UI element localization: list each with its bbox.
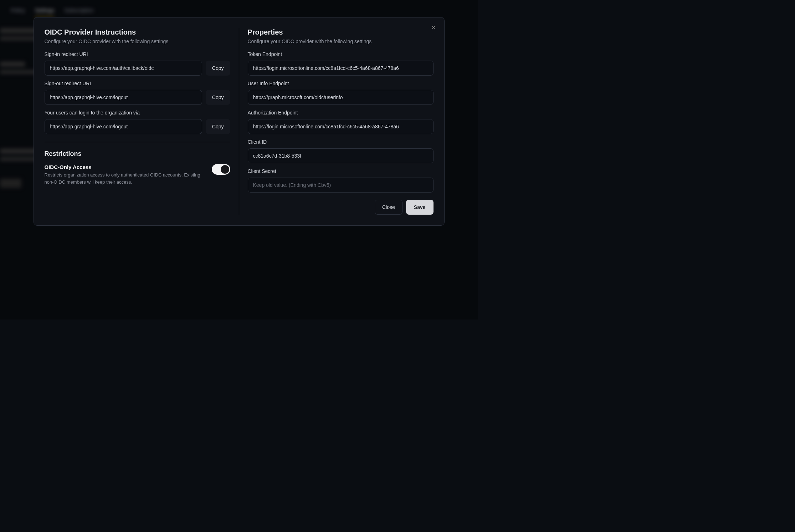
clientid-label: Client ID — [248, 139, 434, 145]
oidc-only-name: OIDC-Only Access — [45, 164, 206, 170]
userinfo-endpoint-label: User Info Endpoint — [248, 81, 434, 86]
authz-endpoint-input[interactable] — [248, 119, 434, 134]
restrictions-title: Restrictions — [45, 150, 230, 158]
divider — [45, 142, 230, 142]
close-button[interactable]: Close — [375, 200, 402, 215]
clientsecret-input[interactable] — [248, 178, 434, 193]
panel-properties: Properties Configure your OIDC provider … — [239, 28, 434, 215]
loginvia-label: Your users can login to the organization… — [45, 110, 230, 116]
instructions-subtitle: Configure your OIDC provider with the fo… — [45, 39, 230, 44]
oidc-only-toggle[interactable] — [212, 164, 230, 175]
oidc-only-desc: Restricts organization access to only au… — [45, 172, 206, 185]
loginvia-input[interactable] — [45, 119, 202, 134]
userinfo-endpoint-input[interactable] — [248, 90, 434, 105]
clientsecret-label: Client Secret — [248, 168, 434, 174]
panel-instructions: OIDC Provider Instructions Configure you… — [45, 28, 239, 215]
modal-overlay: OIDC Provider Instructions Configure you… — [0, 0, 478, 319]
copy-loginvia-button[interactable]: Copy — [206, 119, 230, 134]
signin-uri-input[interactable] — [45, 61, 202, 76]
authz-endpoint-label: Authorization Endpoint — [248, 110, 434, 116]
instructions-title: OIDC Provider Instructions — [45, 28, 230, 36]
clientid-input[interactable] — [248, 148, 434, 163]
signout-uri-label: Sign-out redirect URI — [45, 81, 230, 86]
properties-subtitle: Configure your OIDC provider with the fo… — [248, 39, 434, 44]
properties-title: Properties — [248, 28, 434, 36]
copy-signin-button[interactable]: Copy — [206, 61, 230, 76]
close-icon[interactable] — [430, 24, 437, 31]
save-button[interactable]: Save — [406, 200, 434, 215]
signout-uri-input[interactable] — [45, 90, 202, 105]
token-endpoint-label: Token Endpoint — [248, 51, 434, 57]
copy-signout-button[interactable]: Copy — [206, 90, 230, 105]
oidc-modal: OIDC Provider Instructions Configure you… — [34, 17, 445, 226]
token-endpoint-input[interactable] — [248, 61, 434, 76]
signin-uri-label: Sign-in redirect URI — [45, 51, 230, 57]
